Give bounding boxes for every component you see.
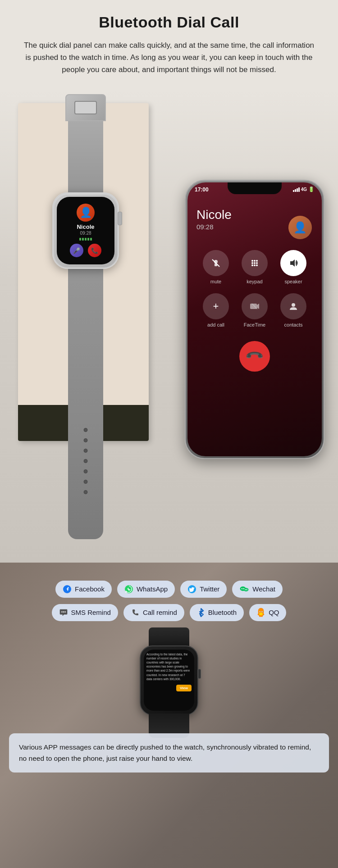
wrist-watch-display: According to the latest data, the number… (140, 645, 198, 715)
phone-screen: 17:00 4G 🔋 Nicole 0 (187, 182, 322, 456)
bluetooth-label: Bluetooth (208, 609, 237, 616)
facebook-badge: Facebook (55, 581, 112, 598)
sms-label: SMS Remind (71, 609, 111, 616)
wechat-badge: Wechat (232, 581, 283, 598)
strap-hole (84, 490, 88, 494)
wrist-screen-content: According to the latest data, the number… (146, 652, 192, 681)
svg-point-32 (260, 611, 260, 612)
watch-strap-top (68, 121, 103, 193)
call-remind-icon (131, 608, 140, 617)
svg-point-21 (244, 588, 249, 591)
svg-point-22 (242, 588, 242, 589)
smartwatch: 👤 Nicole 09:28 🎤 📞 (41, 94, 131, 554)
phone-status-bar: 17:00 4G 🔋 (195, 185, 315, 194)
mute-icon (203, 250, 229, 276)
strap-hole (84, 428, 88, 432)
strap-holes-container (84, 428, 88, 494)
strap-hole (84, 480, 88, 484)
whatsapp-label: WhatsApp (137, 585, 168, 593)
facetime-button[interactable]: FaceTime (242, 293, 268, 327)
watch-end-button[interactable]: 📞 (88, 244, 101, 257)
notification-row-1: Facebook WhatsApp (14, 581, 324, 598)
svg-point-4 (254, 260, 256, 262)
watch-signal-bars (79, 238, 92, 241)
wrist-watch-screen: According to the latest data, the number… (144, 650, 194, 711)
add-call-button[interactable]: + add call (203, 293, 229, 327)
bar-1 (79, 238, 81, 241)
keypad-button[interactable]: keypad (242, 250, 268, 284)
phone-body: 17:00 4G 🔋 Nicole 0 (185, 180, 324, 459)
watch-crown (198, 669, 201, 679)
svg-point-5 (256, 260, 258, 262)
svg-point-25 (247, 589, 247, 590)
svg-point-26 (61, 611, 62, 612)
notification-row-2: SMS Remind Call remind Bluetooth (14, 604, 324, 621)
svg-point-28 (64, 611, 65, 612)
bar-5 (90, 238, 92, 241)
qq-label: QQ (269, 609, 279, 616)
qq-badge: QQ (249, 604, 286, 621)
watch-call-buttons: 🎤 📞 (70, 244, 101, 257)
watch-avatar: 👤 (77, 204, 95, 222)
bar-2 (82, 238, 84, 241)
contacts-label: contacts (284, 322, 303, 327)
call-remind-badge: Call remind (123, 604, 184, 621)
wechat-label: Wechat (252, 585, 275, 593)
view-button[interactable]: View (176, 685, 192, 691)
contacts-button[interactable]: contacts (280, 293, 306, 327)
call-remind-label: Call remind (143, 609, 177, 616)
svg-point-27 (63, 611, 64, 612)
top-section: Bluetooth Dial Call The quick dial panel… (0, 0, 338, 76)
twitter-icon (187, 585, 196, 594)
phone-clock: 17:00 (195, 186, 209, 193)
svg-point-16 (292, 303, 295, 307)
svg-point-6 (251, 262, 253, 264)
sms-badge: SMS Remind (52, 604, 118, 621)
end-call-icon: 📞 (245, 346, 265, 366)
page-title: Bluetooth Dial Call (18, 14, 320, 31)
network-type: 4G (301, 187, 307, 192)
strap-hole (84, 449, 88, 453)
watch-caller-time: 09:28 (80, 231, 91, 236)
speaker-icon (280, 250, 306, 276)
wechat-icon (239, 584, 249, 594)
add-call-label: add call (207, 322, 224, 327)
phone-caller-avatar: 👤 (288, 216, 312, 239)
end-call-button[interactable]: 📞 (233, 334, 276, 377)
speaker-button[interactable]: speaker (280, 250, 306, 284)
svg-marker-14 (257, 304, 259, 309)
svg-point-9 (251, 264, 253, 266)
bottom-description-text: Various APP messages can be directly pus… (19, 741, 319, 764)
svg-point-7 (254, 262, 256, 264)
speaker-label: speaker (284, 279, 302, 284)
facebook-icon (63, 585, 72, 594)
strap-hole (84, 459, 88, 463)
bottom-description-box: Various APP messages can be directly pus… (9, 733, 329, 773)
strap-hole (84, 469, 88, 473)
mute-button[interactable]: mute (203, 250, 229, 284)
facebook-label: Facebook (75, 585, 105, 593)
twitter-label: Twitter (200, 585, 219, 593)
phone: 17:00 4G 🔋 Nicole 0 (185, 180, 324, 459)
wrist-watch-body: According to the latest data, the number… (140, 645, 198, 715)
bluetooth-icon (197, 608, 205, 617)
battery-icon: 🔋 (308, 186, 315, 192)
phone-btn-row-1: mute (196, 250, 313, 284)
keypad-icon (242, 250, 268, 276)
bottom-section: Facebook WhatsApp (0, 563, 338, 868)
add-call-icon: + (203, 293, 229, 319)
facetime-icon (242, 293, 268, 319)
wrist-watch-area: According to the latest data, the number… (0, 636, 338, 729)
bluetooth-badge: Bluetooth (190, 604, 244, 621)
svg-point-23 (243, 588, 244, 589)
svg-marker-12 (290, 259, 295, 267)
wrist-strap-top (149, 627, 189, 647)
svg-point-10 (254, 264, 256, 266)
svg-point-3 (251, 260, 253, 262)
watch-mic-button[interactable]: 🎤 (70, 244, 83, 257)
phone-call-content: Nicole 09:28 👤 (187, 196, 322, 456)
watch-caller-name: Nicole (77, 223, 94, 230)
devices-area: 👤 Nicole 09:28 🎤 📞 (0, 90, 338, 563)
phone-call-buttons: mute (196, 250, 313, 372)
svg-point-29 (259, 613, 263, 615)
